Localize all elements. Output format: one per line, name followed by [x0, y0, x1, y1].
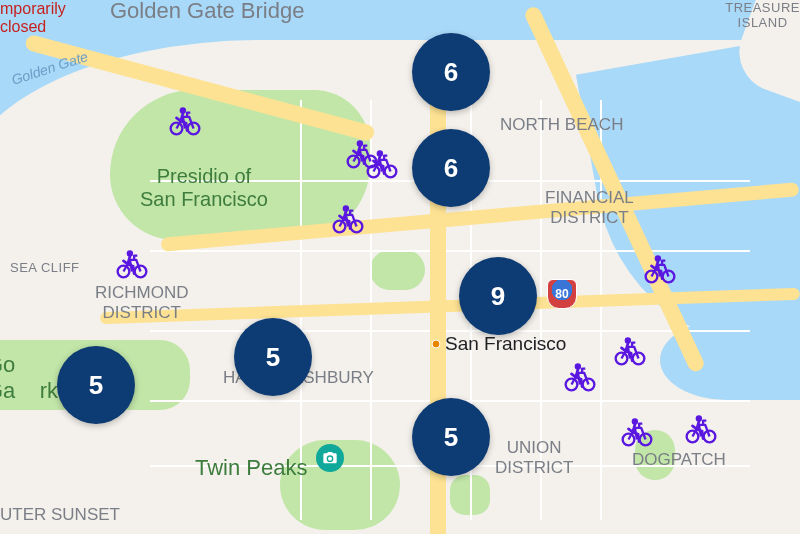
cluster-count: 6 — [444, 57, 458, 88]
cluster-count: 5 — [444, 422, 458, 453]
cluster-marker[interactable]: 6 — [412, 33, 490, 111]
bike-marker[interactable] — [168, 103, 202, 141]
label-financial: FINANCIAL DISTRICT — [545, 188, 634, 228]
bike-marker[interactable] — [684, 411, 718, 449]
park-small — [370, 250, 425, 290]
bike-marker[interactable] — [613, 333, 647, 371]
label-presidio: Presidio of San Francisco — [140, 165, 268, 211]
cluster-marker[interactable]: 5 — [234, 318, 312, 396]
cluster-count: 5 — [266, 342, 280, 373]
cluster-count: 9 — [491, 281, 505, 312]
label-ggpark: Ga rk — [0, 378, 58, 404]
cluster-count: 5 — [89, 370, 103, 401]
bike-marker[interactable] — [115, 246, 149, 284]
poi-camera-icon[interactable] — [316, 444, 344, 472]
label-ggpark: Go — [0, 352, 15, 378]
label-outer-sunset: UTER SUNSET — [0, 505, 120, 525]
label-sea-cliff: SEA CLIFF — [10, 260, 80, 275]
label-bridge: Golden Gate Bridge — [110, 0, 304, 24]
bike-marker[interactable] — [365, 146, 399, 184]
label-city: San Francisco — [445, 333, 566, 355]
cluster-marker[interactable]: 9 — [459, 257, 537, 335]
label-closed: mporarily closed — [0, 0, 66, 36]
label-union: UNION DISTRICT — [495, 438, 573, 478]
map-viewport[interactable]: Golden Gate Golden Gate Bridge mporarily… — [0, 0, 800, 534]
label-dogpatch: DOGPATCH — [632, 450, 726, 470]
bike-marker[interactable] — [331, 201, 365, 239]
cluster-marker[interactable]: 6 — [412, 129, 490, 207]
bike-marker[interactable] — [563, 359, 597, 397]
label-north-beach: NORTH BEACH — [500, 115, 623, 135]
label-treasure: TREASURE ISLAND — [725, 0, 800, 30]
label-richmond: RICHMOND DISTRICT — [95, 283, 189, 323]
bike-marker[interactable] — [620, 414, 654, 452]
cluster-marker[interactable]: 5 — [412, 398, 490, 476]
city-dot — [432, 340, 441, 349]
cluster-count: 6 — [444, 153, 458, 184]
hwy-number: 80 — [555, 287, 568, 301]
cluster-marker[interactable]: 5 — [57, 346, 135, 424]
hwy-shield-80: 80 — [547, 279, 577, 309]
bike-marker[interactable] — [643, 251, 677, 289]
street-grid — [150, 330, 750, 332]
label-twin-peaks: Twin Peaks — [195, 455, 308, 481]
